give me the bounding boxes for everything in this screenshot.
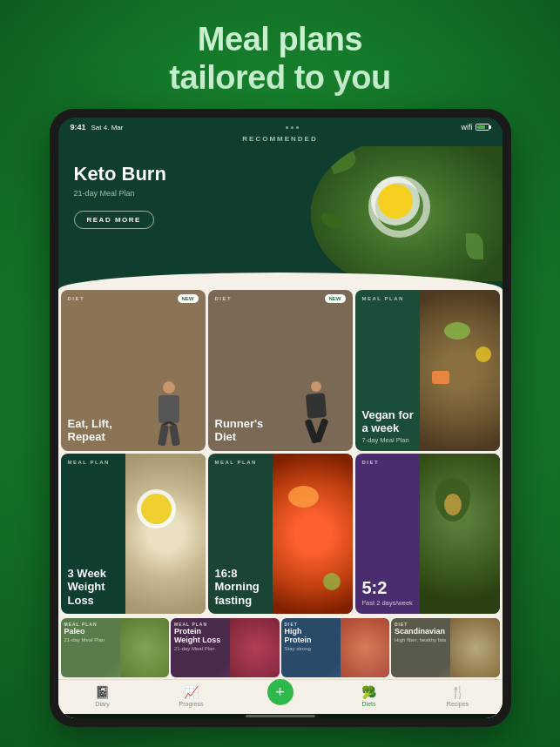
diary-label: Diary: [95, 701, 109, 707]
tab-bar: 📓 Diary 📈 Progress + 🥦 Diets 🍴 Recipes: [58, 679, 503, 714]
wifi-icon: wifi: [461, 123, 472, 131]
read-more-button[interactable]: READ MORE: [74, 211, 154, 229]
recipes-icon: 🍴: [450, 685, 465, 699]
progress-icon: 📈: [184, 685, 199, 699]
hero-title: Keto Burn: [74, 164, 166, 185]
status-icons: wifi: [461, 123, 489, 131]
battery-icon: [476, 124, 489, 131]
diets-icon: 🥦: [361, 685, 376, 699]
tab-recipes[interactable]: 🍴 Recipes: [414, 685, 503, 707]
ipad-screen: 9:41 Sat 4. Mar wifi RECOMMENDED: [58, 118, 503, 718]
notch: [286, 126, 299, 129]
card-52-diet[interactable]: DIET 5:2 Fast 2 days/week: [355, 454, 500, 615]
header-title-line1: Meal plans: [169, 21, 390, 59]
card-morning-fasting[interactable]: MEAL PLAN 16:8 Morning fasting: [208, 454, 353, 615]
card-3-tag: MEAL PLAN: [362, 296, 404, 301]
mid-section: DIET NEW: [58, 290, 503, 718]
ipad-frame: 9:41 Sat 4. Mar wifi RECOMMENDED: [50, 109, 511, 727]
card-6-subtitle: Fast 2 days/week: [362, 599, 493, 607]
card-5-tag: MEAL PLAN: [215, 460, 257, 465]
card-3-subtitle: 7-day Meal Plan: [362, 436, 493, 444]
card-3week-weight[interactable]: MEAL PLAN 3 Week Weight Loss: [61, 454, 206, 615]
card-6-title: 5:2: [362, 577, 493, 598]
add-button[interactable]: +: [267, 679, 293, 705]
bottom-card-scandinavian[interactable]: DIET Scandinavian High fiber, healthy fa…: [391, 618, 500, 677]
bottom-cards-row: MEAL PLAN Paleo 21-day Meal Plan MEAL PL…: [58, 616, 503, 679]
progress-label: Progress: [179, 701, 203, 707]
card-5-title: 16:8 Morning fasting: [215, 567, 346, 608]
status-time: 9:41: [71, 123, 86, 131]
diary-icon: 📓: [95, 685, 110, 699]
diets-label: Diets: [362, 701, 376, 707]
tab-add[interactable]: +: [236, 685, 325, 707]
bottom-card-protein-weight[interactable]: MEAL PLAN Protein Weight Loss 21-day Mea…: [171, 618, 280, 677]
card-1-title: Eat, Lift, Repeat: [68, 417, 199, 444]
recommended-label: RECOMMENDED: [58, 133, 503, 146]
card-4-title: 3 Week Weight Loss: [68, 567, 199, 608]
card-runners-diet[interactable]: DIET NEW: [208, 290, 353, 451]
cards-row-1: DIET NEW: [61, 290, 500, 451]
status-bar: 9:41 Sat 4. Mar wifi: [58, 118, 503, 133]
bottom-card-high-protein[interactable]: DIET High Protein Stay strong: [281, 618, 390, 677]
header: Meal plans tailored to you: [169, 21, 390, 97]
card-2-title: Runner's Diet: [215, 417, 346, 444]
home-indicator: [58, 714, 503, 718]
header-title-line2: tailored to you: [169, 59, 390, 98]
card-vegan-week[interactable]: MEAL PLAN Vegan for a week 7-day Meal Pl…: [355, 290, 500, 451]
hero-section: Keto Burn 21-day Meal Plan READ MORE: [58, 146, 503, 281]
status-date: Sat 4. Mar: [91, 124, 124, 131]
hero-food-image: [311, 146, 503, 281]
card-4-tag: MEAL PLAN: [68, 460, 110, 465]
card-1-tag: DIET: [68, 296, 85, 301]
card-3-title: Vegan for a week: [362, 408, 493, 435]
home-bar: [246, 715, 315, 717]
bottom-card-paleo[interactable]: MEAL PLAN Paleo 21-day Meal Plan: [61, 618, 170, 677]
cards-row-2: MEAL PLAN 3 Week Weight Loss MEAL PLAN: [61, 454, 500, 615]
card-2-tag: DIET: [215, 296, 233, 301]
card-eat-lift-repeat[interactable]: DIET NEW: [61, 290, 206, 451]
tab-diets[interactable]: 🥦 Diets: [325, 685, 414, 707]
card-6-tag: DIET: [362, 460, 380, 465]
cards-area: DIET NEW: [58, 290, 503, 616]
hero-subtitle: 21-day Meal Plan: [74, 189, 166, 198]
recipes-label: Recipes: [447, 701, 469, 707]
hero-content: Keto Burn 21-day Meal Plan READ MORE: [74, 164, 166, 228]
tab-progress[interactable]: 📈 Progress: [147, 685, 236, 707]
tab-diary[interactable]: 📓 Diary: [58, 685, 147, 707]
